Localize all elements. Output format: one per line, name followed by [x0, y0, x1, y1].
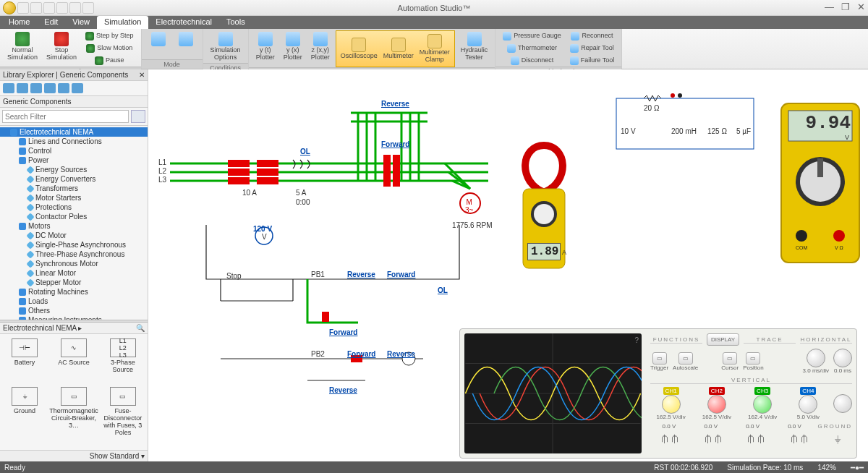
palette-item[interactable]: L1 L2 L33-Phase Source — [101, 337, 145, 384]
tree-item[interactable]: Lines and Connections — [0, 137, 148, 146]
tool-icon[interactable] — [3, 83, 14, 93]
tree-item[interactable]: Transformers — [0, 184, 148, 193]
tree-item[interactable]: Three-Phase Asynchronous — [0, 250, 148, 259]
tree-item[interactable]: Linear Motor — [0, 268, 148, 278]
cursor-button[interactable]: ▭ — [723, 352, 737, 365]
qat-icon[interactable] — [82, 2, 94, 14]
reverse-link-2[interactable]: Reverse — [387, 350, 415, 358]
forward-link[interactable]: Forward — [387, 270, 415, 278]
breadcrumb[interactable]: Electrotechnical NEMA ▸ — [3, 324, 82, 332]
tree-item[interactable]: Stepper Motor — [0, 278, 148, 287]
tab-home[interactable]: Home — [1, 16, 37, 29]
ol-link[interactable]: OL — [438, 286, 448, 294]
forward-label[interactable]: Forward — [381, 140, 409, 148]
multimeter-clamp-button[interactable]: Multimeter Clamp — [417, 33, 453, 65]
tool-icon[interactable] — [17, 83, 28, 93]
probe-jack-icon[interactable]: ⫛⫛ — [780, 432, 819, 444]
autoscale-button[interactable]: ▭ — [678, 352, 693, 365]
oscilloscope-button[interactable]: Oscilloscope — [338, 33, 380, 65]
tree-item[interactable]: Contactor Poles — [0, 212, 148, 221]
thermometer-button[interactable]: Thermometer — [500, 43, 564, 54]
oscilloscope[interactable]: ? FUNCTIONS DISPLAY TRACE HORIZONTAL ▭Tr… — [459, 328, 857, 459]
tab-simulation[interactable]: Simulation — [97, 16, 148, 29]
step-by-step-button[interactable]: Step by Step — [82, 30, 137, 42]
pause-button[interactable]: Pause — [82, 55, 137, 67]
tool-icon[interactable] — [44, 83, 56, 93]
tree-item[interactable]: Rotating Machines — [0, 287, 148, 297]
yt-plotter-button[interactable]: y (t) Plotter — [253, 30, 278, 63]
palette-item[interactable]: ∿AC Source — [48, 337, 100, 384]
search-options-button[interactable] — [131, 110, 145, 123]
panel-tab[interactable]: Generic Components — [0, 96, 148, 108]
reverse-label[interactable]: Reverse — [381, 100, 409, 108]
pressure-gauge-button[interactable]: Pressure Gauge — [500, 30, 564, 42]
forward-link-3[interactable]: Forward — [347, 350, 375, 358]
yx-plotter-button[interactable]: y (x) Plotter — [281, 30, 305, 63]
ol-label[interactable]: OL — [300, 148, 310, 155]
forward-link-2[interactable]: Forward — [329, 328, 357, 336]
trigger-button[interactable]: ▭ — [652, 352, 667, 365]
tree-item[interactable]: Protections — [0, 203, 148, 212]
maximize-button[interactable]: ❐ — [841, 1, 850, 12]
extra-knob[interactable] — [833, 394, 852, 413]
slow-motion-button[interactable]: Slow Motion — [82, 43, 137, 54]
failure-tool-button[interactable]: Failure Tool — [567, 55, 617, 67]
tree-item[interactable]: Single-Phase Asynchronous — [0, 240, 148, 250]
qat-print-icon[interactable] — [56, 2, 68, 14]
palette-item[interactable]: ▭Thermomagnetic Circuit-Breaker, 3… — [48, 385, 100, 447]
palette-item[interactable]: ⊣⊢Battery — [3, 337, 46, 384]
tree-item[interactable]: Energy Converters — [0, 174, 148, 184]
hydraulic-tester-button[interactable]: Hydraulic Tester — [458, 30, 491, 63]
mode-button[interactable] — [146, 30, 171, 48]
tree-item[interactable]: Electrotechnical NEMA — [0, 127, 148, 137]
tree-item[interactable]: DC Motor — [0, 231, 148, 240]
zoom-slider[interactable]: ━●━ — [851, 464, 864, 472]
repair-tool-button[interactable]: Repair Tool — [567, 43, 617, 54]
tab-view[interactable]: View — [65, 16, 97, 29]
close-button[interactable]: ✕ — [857, 1, 865, 12]
schematic-canvas[interactable]: L1 L2 L3 10 A OL 5 A 0:00 Reverse Forwar… — [148, 69, 868, 461]
multimeter-button[interactable]: Multimeter — [380, 33, 417, 65]
zxy-plotter-button[interactable]: z (x,y) Plotter — [308, 30, 333, 63]
search-icon[interactable]: 🔍 — [136, 324, 145, 332]
tree-item[interactable]: Energy Sources — [0, 165, 148, 174]
tree-item[interactable]: Motors — [0, 221, 148, 231]
hpos-knob[interactable] — [833, 349, 852, 367]
ch1-vdiv-knob[interactable] — [662, 395, 681, 414]
tab-tools[interactable]: Tools — [219, 16, 252, 29]
ch4-vdiv-knob[interactable] — [799, 395, 817, 414]
tree-item[interactable]: Others — [0, 306, 148, 315]
palette-item[interactable]: ⏚Ground — [3, 385, 46, 447]
simulation-options-button[interactable]: Simulation Options — [208, 30, 244, 63]
qat-undo-icon[interactable] — [30, 2, 42, 14]
minimize-button[interactable]: — — [825, 1, 834, 12]
panel-close-icon[interactable]: ✕ — [139, 71, 145, 79]
search-input[interactable] — [2, 110, 129, 123]
palette-item[interactable]: ▭Fuse-Disconnector with Fuses, 3 Poles — [101, 385, 145, 447]
disconnect-button[interactable]: Disconnect — [500, 55, 564, 67]
probe-jack-icon[interactable]: ⫛⫛ — [737, 432, 776, 444]
reconnect-button[interactable]: Reconnect — [567, 30, 617, 42]
mode-button-2[interactable] — [174, 30, 198, 48]
tab-edit[interactable]: Edit — [37, 16, 65, 29]
help-icon[interactable]: ? — [634, 336, 639, 344]
display-button[interactable]: DISPLAY — [707, 333, 739, 346]
position-button[interactable]: ▭ — [746, 352, 760, 365]
probe-jack-icon[interactable]: ⫛⫛ — [650, 432, 689, 444]
ch2-vdiv-knob[interactable] — [707, 395, 726, 414]
ground-jack-icon[interactable]: ⏚ — [823, 432, 852, 444]
tool-icon[interactable] — [72, 83, 83, 93]
ch3-vdiv-knob[interactable] — [753, 395, 772, 414]
clamp-meter[interactable]: 1.89 A — [510, 142, 579, 288]
probe-jack-icon[interactable]: ⫛⫛ — [694, 432, 733, 444]
normal-simulation-button[interactable]: Normal Simulation — [4, 30, 41, 63]
tab-electrotechnical[interactable]: Electrotechnical — [148, 16, 219, 29]
stop-simulation-button[interactable]: Stop Simulation — [43, 30, 80, 63]
tree-item[interactable]: Synchronous Motor — [0, 259, 148, 268]
tool-icon[interactable] — [58, 83, 69, 93]
tree-item[interactable]: Control — [0, 146, 148, 155]
reverse-link[interactable]: Reverse — [347, 270, 375, 278]
reverse-link-3[interactable]: Reverse — [329, 386, 357, 394]
tool-icon[interactable] — [30, 83, 42, 93]
component-tree[interactable]: Electrotechnical NEMALines and Connectio… — [0, 126, 148, 320]
